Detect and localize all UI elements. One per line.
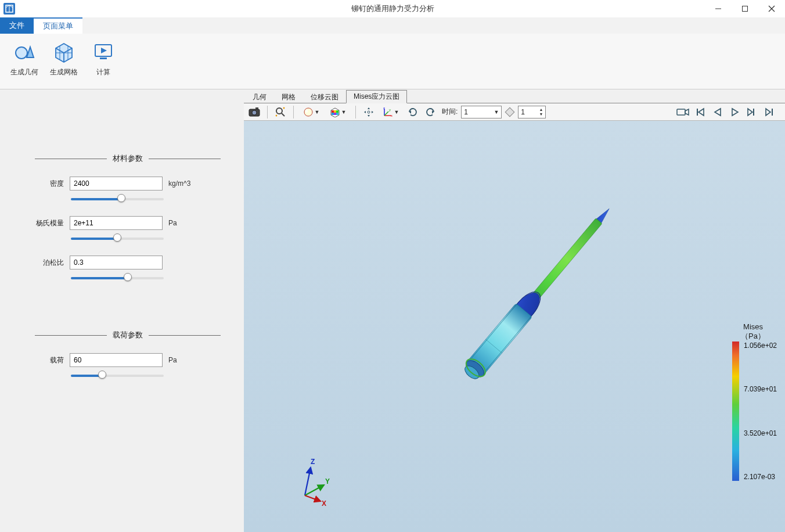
tab-geometry[interactable]: 几何 — [245, 90, 274, 103]
legend: 1.056e+02 7.039e+01 3.520e+01 2.107e-03 — [732, 342, 777, 481]
svg-marker-42 — [766, 109, 770, 116]
svg-line-58 — [305, 495, 321, 501]
legend-title-2: （Pa） — [741, 331, 765, 340]
tab-mesh[interactable]: 网格 — [274, 90, 303, 103]
ribbon-compute[interactable]: 计算 — [85, 37, 122, 85]
svg-rect-20 — [334, 110, 336, 113]
step-value: 1 — [521, 108, 539, 116]
viewer: 几何 网格 位移云图 Mises应力云图 ▼ — [244, 89, 785, 532]
legend-ticks: 1.056e+02 7.039e+01 3.520e+01 2.107e-03 — [744, 342, 777, 481]
svg-rect-2 — [743, 6, 748, 12]
ribbon-gen-geometry-label: 生成几何 — [10, 67, 38, 77]
axis-x-label: X — [322, 499, 326, 507]
maximize-button[interactable] — [732, 0, 758, 17]
svg-marker-38 — [715, 109, 721, 116]
svg-point-16 — [304, 108, 312, 116]
step-back-button[interactable] — [710, 105, 726, 120]
svg-point-5 — [16, 47, 27, 59]
ribbon-gen-geometry[interactable]: 生成几何 — [6, 37, 43, 85]
time-combo-value: 1 — [464, 108, 494, 116]
time-combo[interactable]: 1 ▼ — [461, 106, 502, 118]
legend-title-1: Mises — [741, 322, 765, 332]
svg-rect-21 — [336, 110, 339, 113]
axis-orientation-button[interactable]: yzx ▼ — [378, 105, 404, 120]
svg-rect-22 — [332, 113, 334, 115]
load-row: 载荷 Pa — [35, 353, 221, 367]
stop-button[interactable] — [503, 105, 517, 120]
svg-point-25 — [368, 111, 370, 113]
legend-mid-high: 7.039e+01 — [744, 385, 777, 393]
viewer-tabs: 几何 网格 位移云图 Mises应力云图 — [244, 89, 785, 103]
legend-colorbar — [732, 342, 739, 481]
svg-text:x: x — [391, 114, 392, 117]
legend-min: 2.107e-03 — [744, 473, 777, 481]
density-input[interactable] — [70, 177, 163, 190]
poisson-slider[interactable] — [71, 277, 164, 279]
titlebar: 铆钉的通用静力受力分析 — [0, 0, 785, 17]
load-input[interactable] — [70, 353, 163, 367]
svg-point-17 — [305, 109, 307, 113]
canvas-3d[interactable]: Mises （Pa） 1.056e+02 7.039e+01 3.520e+01… — [244, 121, 785, 532]
step-spinner[interactable]: 1 ▲▼ — [518, 106, 546, 118]
svg-marker-39 — [732, 109, 738, 116]
svg-rect-19 — [332, 110, 334, 113]
rotate-cw-button[interactable] — [405, 105, 421, 120]
svg-marker-35 — [685, 109, 689, 115]
density-row: 密度 kg/m^3 — [35, 177, 221, 190]
window-title: 铆钉的通用静力受力分析 — [0, 3, 785, 14]
young-slider[interactable] — [71, 238, 164, 240]
minimize-button[interactable] — [705, 0, 732, 17]
play-button[interactable] — [727, 105, 743, 120]
mesh-icon — [52, 39, 76, 64]
sidebar: 材料参数 密度 kg/m^3 杨氏模量 Pa 泊松比 — [0, 89, 244, 532]
record-button[interactable] — [675, 105, 691, 120]
menu-page[interactable]: 页面菜单 — [34, 17, 82, 34]
legend-mid-low: 3.520e+01 — [744, 429, 777, 437]
load-section-title: 载荷参数 — [107, 330, 149, 340]
svg-marker-40 — [748, 109, 752, 116]
skip-first-button[interactable] — [692, 105, 708, 120]
legend-max: 1.056e+02 — [744, 342, 777, 350]
skip-last-button[interactable] — [762, 105, 778, 120]
render-style-button[interactable]: ▼ — [298, 105, 324, 120]
svg-line-56 — [305, 468, 311, 495]
ribbon-compute-label: 计算 — [96, 67, 110, 77]
menubar: 文件 页面菜单 — [0, 17, 785, 34]
rotate-ccw-button[interactable] — [422, 105, 438, 120]
close-button[interactable] — [758, 0, 785, 17]
density-label: 密度 — [35, 179, 64, 189]
zoom-fit-button[interactable] — [272, 105, 289, 120]
load-section-header: 载荷参数 — [35, 330, 221, 340]
ribbon-gen-mesh-label: 生成网格 — [50, 67, 78, 77]
poisson-row: 泊松比 — [35, 256, 221, 269]
ribbon-gen-mesh[interactable]: 生成网格 — [45, 37, 82, 85]
menu-file[interactable]: 文件 — [0, 17, 34, 34]
snapshot-button[interactable] — [246, 105, 262, 120]
poisson-input[interactable] — [70, 256, 163, 269]
axis-z-label: Z — [311, 458, 315, 466]
load-slider[interactable] — [71, 375, 164, 377]
load-label: 载荷 — [35, 355, 64, 365]
svg-rect-24 — [336, 113, 339, 115]
svg-rect-13 — [255, 107, 258, 109]
svg-marker-37 — [698, 109, 704, 116]
color-scale-button[interactable]: ▼ — [325, 105, 351, 120]
step-forward-button[interactable] — [744, 105, 761, 120]
ribbon: 生成几何 生成网格 计算 — [0, 34, 785, 89]
axis-triad: Z Y X — [290, 455, 343, 509]
svg-text:y: y — [389, 108, 391, 112]
svg-point-14 — [276, 108, 282, 114]
legend-title: Mises （Pa） — [741, 322, 765, 340]
pan-button[interactable] — [361, 105, 377, 120]
svg-line-57 — [305, 485, 324, 495]
content: 材料参数 密度 kg/m^3 杨氏模量 Pa 泊松比 — [0, 89, 785, 532]
menu-file-label: 文件 — [9, 20, 24, 31]
density-slider[interactable] — [71, 198, 164, 200]
tab-displacement[interactable]: 位移云图 — [303, 90, 346, 103]
load-unit: Pa — [168, 356, 177, 364]
young-input[interactable] — [70, 216, 163, 230]
tab-mises[interactable]: Mises应力云图 — [346, 90, 407, 103]
svg-point-12 — [252, 110, 257, 115]
svg-rect-34 — [677, 109, 685, 115]
young-row: 杨氏模量 Pa — [35, 216, 221, 230]
